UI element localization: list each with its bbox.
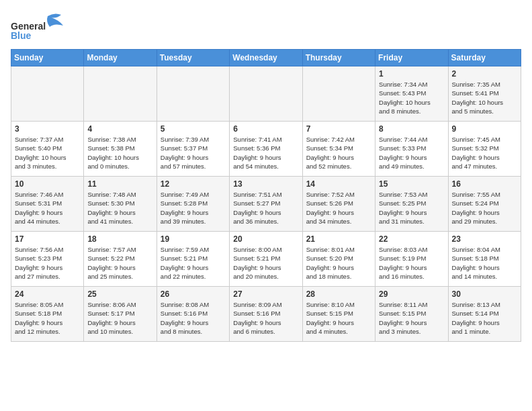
day-info: Sunrise: 7:38 AMSunset: 5:38 PMDaylight:… [87, 135, 152, 171]
logo: General Blue [11, 11, 71, 41]
day-cell [11, 66, 84, 122]
day-info: Sunrise: 7:46 AMSunset: 5:31 PMDaylight:… [15, 190, 80, 226]
day-cell [84, 66, 157, 122]
day-info: Sunrise: 7:57 AMSunset: 5:22 PMDaylight:… [87, 245, 152, 281]
day-number: 30 [452, 289, 517, 299]
day-cell: 20Sunrise: 8:00 AMSunset: 5:21 PMDayligh… [230, 232, 302, 287]
header-cell-friday: Friday [375, 50, 448, 66]
day-cell: 13Sunrise: 7:51 AMSunset: 5:27 PMDayligh… [230, 177, 302, 232]
week-row-1: 1Sunrise: 7:34 AMSunset: 5:43 PMDaylight… [11, 66, 521, 122]
day-number: 29 [379, 289, 444, 299]
day-number: 6 [233, 124, 298, 134]
day-number: 1 [379, 69, 444, 79]
day-number: 4 [87, 124, 152, 134]
day-number: 5 [161, 124, 226, 134]
day-cell: 5Sunrise: 7:39 AMSunset: 5:37 PMDaylight… [157, 122, 229, 177]
day-info: Sunrise: 8:06 AMSunset: 5:17 PMDaylight:… [87, 300, 152, 336]
day-number: 14 [306, 179, 371, 189]
header-cell-saturday: Saturday [448, 50, 521, 66]
day-cell: 15Sunrise: 7:53 AMSunset: 5:25 PMDayligh… [375, 177, 448, 232]
day-info: Sunrise: 8:11 AMSunset: 5:15 PMDaylight:… [379, 300, 444, 336]
day-number: 2 [452, 69, 517, 79]
day-number: 15 [379, 179, 444, 189]
day-info: Sunrise: 7:42 AMSunset: 5:34 PMDaylight:… [306, 135, 371, 171]
day-info: Sunrise: 8:05 AMSunset: 5:18 PMDaylight:… [15, 300, 80, 336]
day-number: 16 [452, 179, 517, 189]
day-cell: 28Sunrise: 8:10 AMSunset: 5:15 PMDayligh… [302, 287, 375, 342]
day-cell: 14Sunrise: 7:52 AMSunset: 5:26 PMDayligh… [302, 177, 375, 232]
header-cell-sunday: Sunday [11, 50, 84, 66]
day-cell: 2Sunrise: 7:35 AMSunset: 5:41 PMDaylight… [448, 66, 521, 122]
day-number: 10 [15, 179, 80, 189]
day-info: Sunrise: 7:48 AMSunset: 5:30 PMDaylight:… [87, 190, 152, 226]
day-info: Sunrise: 7:35 AMSunset: 5:41 PMDaylight:… [452, 80, 517, 116]
day-info: Sunrise: 8:08 AMSunset: 5:16 PMDaylight:… [161, 300, 226, 336]
day-cell: 21Sunrise: 8:01 AMSunset: 5:20 PMDayligh… [302, 232, 375, 287]
header-cell-monday: Monday [84, 50, 157, 66]
day-info: Sunrise: 7:56 AMSunset: 5:23 PMDaylight:… [15, 245, 80, 281]
day-number: 22 [379, 234, 444, 244]
day-cell: 18Sunrise: 7:57 AMSunset: 5:22 PMDayligh… [84, 232, 157, 287]
day-info: Sunrise: 8:09 AMSunset: 5:16 PMDaylight:… [233, 300, 298, 336]
day-cell: 24Sunrise: 8:05 AMSunset: 5:18 PMDayligh… [11, 287, 84, 342]
day-cell [302, 66, 375, 122]
day-number: 25 [87, 289, 152, 299]
day-cell: 7Sunrise: 7:42 AMSunset: 5:34 PMDaylight… [302, 122, 375, 177]
day-info: Sunrise: 7:59 AMSunset: 5:21 PMDaylight:… [161, 245, 226, 281]
day-info: Sunrise: 7:55 AMSunset: 5:24 PMDaylight:… [452, 190, 517, 226]
day-cell: 27Sunrise: 8:09 AMSunset: 5:16 PMDayligh… [230, 287, 302, 342]
day-info: Sunrise: 7:53 AMSunset: 5:25 PMDaylight:… [379, 190, 444, 226]
day-cell: 16Sunrise: 7:55 AMSunset: 5:24 PMDayligh… [448, 177, 521, 232]
day-cell [230, 66, 302, 122]
calendar-table: SundayMondayTuesdayWednesdayThursdayFrid… [11, 49, 521, 342]
day-number: 9 [452, 124, 517, 134]
day-cell: 22Sunrise: 8:03 AMSunset: 5:19 PMDayligh… [375, 232, 448, 287]
day-number: 7 [306, 124, 371, 134]
day-number: 26 [161, 289, 226, 299]
day-number: 11 [87, 179, 152, 189]
day-info: Sunrise: 8:00 AMSunset: 5:21 PMDaylight:… [233, 245, 298, 281]
week-row-3: 10Sunrise: 7:46 AMSunset: 5:31 PMDayligh… [11, 177, 521, 232]
day-number: 19 [161, 234, 226, 244]
day-info: Sunrise: 7:41 AMSunset: 5:36 PMDaylight:… [233, 135, 298, 171]
day-number: 13 [233, 179, 298, 189]
day-info: Sunrise: 8:01 AMSunset: 5:20 PMDaylight:… [306, 245, 371, 281]
day-cell: 12Sunrise: 7:49 AMSunset: 5:28 PMDayligh… [157, 177, 229, 232]
day-number: 24 [15, 289, 80, 299]
day-cell: 9Sunrise: 7:45 AMSunset: 5:32 PMDaylight… [448, 122, 521, 177]
day-number: 3 [15, 124, 80, 134]
svg-text:Blue: Blue [11, 30, 32, 41]
day-cell: 10Sunrise: 7:46 AMSunset: 5:31 PMDayligh… [11, 177, 84, 232]
day-cell: 19Sunrise: 7:59 AMSunset: 5:21 PMDayligh… [157, 232, 229, 287]
day-info: Sunrise: 7:52 AMSunset: 5:26 PMDaylight:… [306, 190, 371, 226]
day-info: Sunrise: 7:51 AMSunset: 5:27 PMDaylight:… [233, 190, 298, 226]
day-info: Sunrise: 8:13 AMSunset: 5:14 PMDaylight:… [452, 300, 517, 336]
header: General Blue [11, 11, 521, 41]
day-number: 18 [87, 234, 152, 244]
day-cell: 17Sunrise: 7:56 AMSunset: 5:23 PMDayligh… [11, 232, 84, 287]
day-cell: 29Sunrise: 8:11 AMSunset: 5:15 PMDayligh… [375, 287, 448, 342]
header-cell-thursday: Thursday [302, 50, 375, 66]
day-info: Sunrise: 8:10 AMSunset: 5:15 PMDaylight:… [306, 300, 371, 336]
day-cell: 6Sunrise: 7:41 AMSunset: 5:36 PMDaylight… [230, 122, 302, 177]
logo-svg: General Blue [11, 11, 71, 41]
day-info: Sunrise: 8:04 AMSunset: 5:18 PMDaylight:… [452, 245, 517, 281]
day-info: Sunrise: 7:44 AMSunset: 5:33 PMDaylight:… [379, 135, 444, 171]
day-info: Sunrise: 7:49 AMSunset: 5:28 PMDaylight:… [161, 190, 226, 226]
day-info: Sunrise: 7:37 AMSunset: 5:40 PMDaylight:… [15, 135, 80, 171]
day-info: Sunrise: 7:39 AMSunset: 5:37 PMDaylight:… [161, 135, 226, 171]
day-number: 17 [15, 234, 80, 244]
day-info: Sunrise: 7:34 AMSunset: 5:43 PMDaylight:… [379, 80, 444, 116]
week-row-2: 3Sunrise: 7:37 AMSunset: 5:40 PMDaylight… [11, 122, 521, 177]
day-cell: 26Sunrise: 8:08 AMSunset: 5:16 PMDayligh… [157, 287, 229, 342]
day-info: Sunrise: 7:45 AMSunset: 5:32 PMDaylight:… [452, 135, 517, 171]
day-number: 23 [452, 234, 517, 244]
day-cell: 8Sunrise: 7:44 AMSunset: 5:33 PMDaylight… [375, 122, 448, 177]
header-cell-tuesday: Tuesday [157, 50, 229, 66]
header-cell-wednesday: Wednesday [230, 50, 302, 66]
day-cell: 11Sunrise: 7:48 AMSunset: 5:30 PMDayligh… [84, 177, 157, 232]
header-row: SundayMondayTuesdayWednesdayThursdayFrid… [11, 50, 521, 66]
day-number: 21 [306, 234, 371, 244]
day-cell: 25Sunrise: 8:06 AMSunset: 5:17 PMDayligh… [84, 287, 157, 342]
day-cell: 1Sunrise: 7:34 AMSunset: 5:43 PMDaylight… [375, 66, 448, 122]
